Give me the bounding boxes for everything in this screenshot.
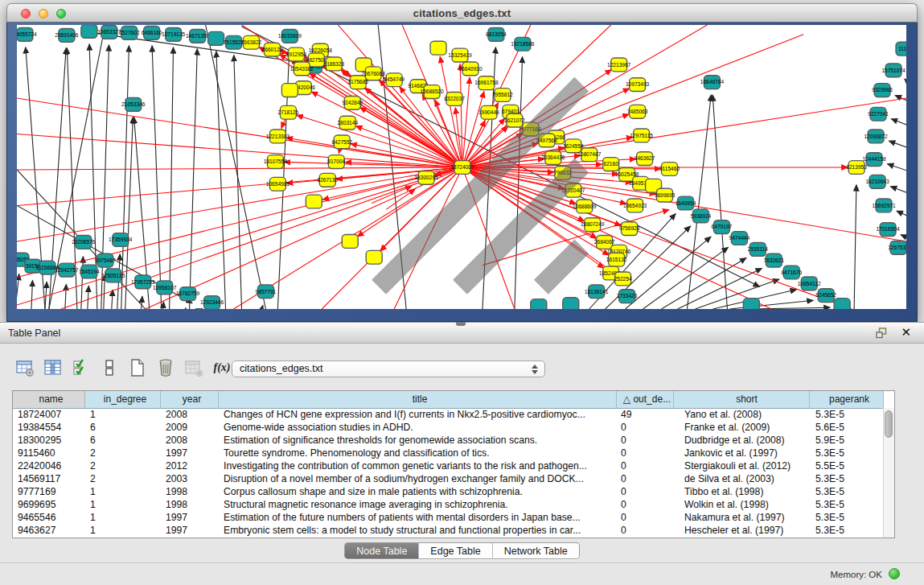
column-header-1[interactable]: in_degree — [85, 391, 161, 408]
table-cell: Embryonic stem cells: a model to study s… — [219, 524, 617, 537]
memory-status-indicator[interactable] — [889, 568, 900, 579]
column-header-2[interactable]: year — [161, 391, 219, 408]
table-selector-dropdown[interactable]: citations_edges.txt — [232, 360, 545, 377]
window-titlebar[interactable]: citations_edges.txt — [6, 3, 918, 23]
table-row[interactable]: 1456911722003Disruption of a novel membe… — [13, 472, 884, 485]
table-cell: 1 — [85, 511, 161, 524]
table-cell: 0 — [617, 434, 674, 447]
table-row[interactable]: 977716911998Corpus callosum shape and si… — [13, 485, 884, 498]
table-cell: 2 — [85, 447, 161, 459]
table-cell: 0 — [617, 511, 674, 524]
table-cell: 0 — [617, 524, 674, 537]
table-cell: 6 — [85, 421, 161, 434]
table-body: 1872400712008Changes of HCN gene express… — [13, 408, 884, 538]
row-height-icon[interactable] — [99, 357, 120, 378]
table-cell: Genome-wide association studies in ADHD. — [219, 421, 617, 434]
table-cell: 49 — [617, 408, 674, 421]
table-header-row: namein_degreeyeartitle△ out_de...shortpa… — [13, 391, 894, 409]
table-cell: Corpus callosum shape and size in male p… — [219, 485, 617, 498]
table-tab-bar: Node Table Edge Table Network Table — [0, 542, 924, 559]
table-cell: 0 — [617, 421, 674, 434]
table-cell: 5.3E-5 — [810, 447, 884, 459]
table-row[interactable]: 911546021997Tourette syndrome. Phenomeno… — [13, 447, 884, 459]
float-panel-icon[interactable] — [876, 328, 889, 339]
column-header-4[interactable]: △ out_de... — [617, 391, 674, 408]
table-cell: de Silva et al. (2003) — [674, 472, 810, 485]
table-cell: 0 — [617, 447, 674, 459]
table-scrollbar-thumb[interactable] — [885, 410, 893, 438]
table-cell: 9465546 — [13, 511, 85, 524]
table-cell: Franke et al. (2009) — [674, 421, 810, 434]
table-cell: 5.9E-5 — [810, 434, 884, 447]
resize-grip[interactable] — [17, 25, 905, 307]
new-table-icon[interactable] — [127, 357, 148, 378]
table-cell: 5.3E-5 — [810, 511, 884, 524]
column-header-0[interactable]: name — [13, 391, 85, 408]
close-panel-icon[interactable]: ✕ — [901, 325, 911, 340]
tab-node-table[interactable]: Node Table — [345, 543, 418, 558]
table-selector-value: citations_edges.txt — [240, 363, 323, 374]
memory-status-label: Memory: OK — [830, 570, 882, 579]
table-row[interactable]: 1872400712008Changes of HCN gene express… — [13, 408, 884, 421]
table-cell: 0 — [617, 459, 674, 472]
table-cell: 6 — [85, 434, 161, 447]
network-canvas[interactable]: 1872400718300295240557242069140610653327… — [17, 25, 906, 309]
table-cell: 5.6E-5 — [810, 421, 884, 434]
select-attributes-icon[interactable] — [71, 357, 92, 378]
table-panel: Table Panel ✕ — [0, 322, 924, 585]
table-cell: Dudbridge et al. (2008) — [674, 434, 810, 447]
table-cell: Stergiakouli et al. (2012) — [674, 459, 810, 472]
table-cell: 2003 — [161, 472, 219, 485]
table-cell: Disruption of a novel member of a sodium… — [219, 472, 617, 485]
table-scrollbar[interactable] — [883, 408, 894, 538]
table-cell: Estimation of significance thresholds fo… — [219, 434, 617, 447]
table-cell: 2 — [85, 472, 161, 485]
table-cell: 2012 — [161, 459, 219, 472]
table-cell: 5.3E-5 — [810, 408, 884, 421]
table-cell: 18300295 — [13, 434, 85, 447]
table-panel-header: Table Panel ✕ — [0, 322, 924, 344]
panel-title: Table Panel — [8, 328, 60, 339]
column-header-5[interactable]: short — [674, 391, 810, 408]
node-table: namein_degreeyeartitle△ out_de...shortpa… — [12, 390, 895, 538]
show-columns-icon[interactable] — [43, 357, 64, 378]
table-cell: Wolkin et al. (1998) — [674, 498, 810, 511]
table-cell: 5.3E-5 — [810, 524, 884, 537]
table-cell: 1997 — [161, 511, 219, 524]
table-cell: 9699695 — [13, 498, 85, 511]
delete-table-icon[interactable] — [155, 357, 176, 378]
table-toolbar: f(x) — [14, 356, 232, 380]
table-row[interactable]: 946554611997Estimation of the future num… — [13, 511, 884, 524]
table-cell: Changes of HCN gene expression and I(f) … — [219, 408, 617, 421]
delete-column-icon-disabled — [183, 357, 204, 378]
table-cell: 1 — [85, 485, 161, 498]
table-row[interactable]: 1938455462009Genome-wide association stu… — [13, 421, 884, 434]
table-cell: 9777169 — [13, 485, 85, 498]
function-builder-icon[interactable]: f(x) — [211, 357, 232, 378]
table-cell: 1998 — [161, 498, 219, 511]
column-header-3[interactable]: title — [219, 391, 617, 408]
table-cell: 22420046 — [13, 459, 85, 472]
table-cell: Tibbo et al. (1998) — [674, 485, 810, 498]
table-cell: 9463627 — [13, 524, 85, 537]
tab-edge-table[interactable]: Edge Table — [418, 543, 491, 558]
table-settings-icon[interactable] — [14, 357, 35, 378]
table-cell: 1 — [85, 408, 161, 421]
table-row[interactable]: 969969511998Structural magnetic resonanc… — [13, 498, 884, 511]
table-cell: 2008 — [161, 434, 219, 447]
table-row[interactable]: 946362711997Embryonic stem cells: a mode… — [13, 524, 884, 537]
table-cell: Nakamura et al. (1997) — [674, 511, 810, 524]
table-row[interactable]: 2242004622012Investigating the contribut… — [13, 459, 884, 472]
table-cell: 5.3E-5 — [810, 498, 884, 511]
table-cell: Tourette syndrome. Phenomenology and cla… — [219, 447, 617, 459]
table-cell: 5.5E-5 — [810, 459, 884, 472]
table-row[interactable]: 1830029562008Estimation of significance … — [13, 434, 884, 447]
table-cell: 0 — [617, 472, 674, 485]
table-cell: Estimation of the future numbers of pati… — [219, 511, 617, 524]
network-window: citations_edges.txt 18724007183002952405… — [6, 3, 918, 322]
tab-network-table[interactable]: Network Table — [492, 543, 579, 558]
column-header-6[interactable]: pagerank — [810, 391, 884, 408]
panel-drag-handle[interactable] — [456, 322, 466, 326]
chevron-updown-icon — [532, 363, 539, 376]
table-cell: 1997 — [161, 524, 219, 537]
